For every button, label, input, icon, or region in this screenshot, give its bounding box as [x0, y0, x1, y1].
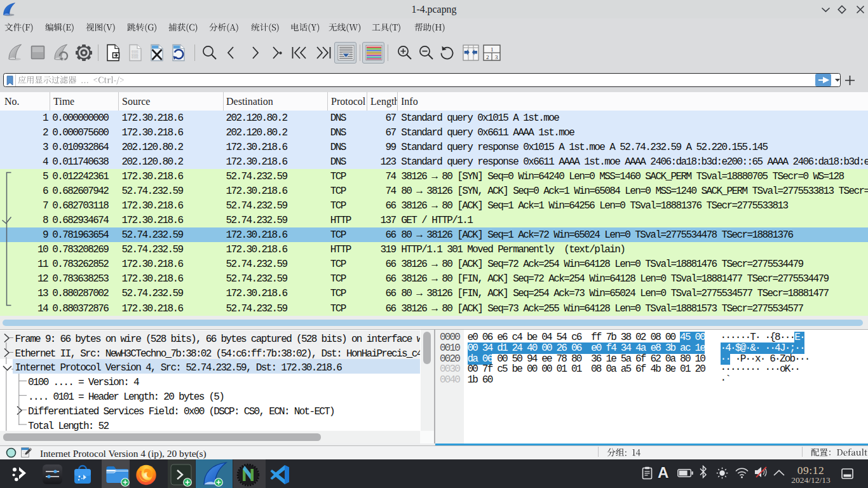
svg-text:2: 2 [486, 54, 489, 60]
svg-text:3: 3 [495, 54, 498, 60]
svg-text:1: 1 [491, 46, 494, 53]
svg-text:0101: 0101 [132, 56, 139, 59]
